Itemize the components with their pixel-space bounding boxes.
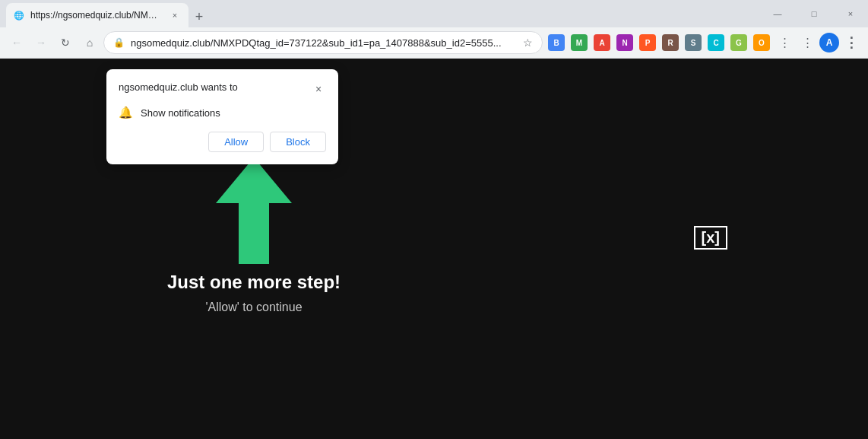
notification-popup: ngsomedquiz.club wants to × 🔔 Show notif… <box>106 69 338 164</box>
extension-1: B <box>548 34 565 51</box>
ext-icon-6[interactable]: R <box>660 32 681 53</box>
extension-3: A <box>594 34 610 51</box>
x-close-badge[interactable]: [x] <box>694 226 727 250</box>
extension-9: G <box>730 34 747 51</box>
page-subtext: 'Allow' to continue <box>205 301 302 314</box>
popup-notification-row: 🔔 Show notifications <box>119 106 326 119</box>
browser-chrome: 🌐 https://ngsomedquiz.club/NMXP... × + —… <box>0 0 868 59</box>
bell-icon: 🔔 <box>119 106 133 119</box>
forward-button[interactable]: → <box>30 32 52 53</box>
active-tab[interactable]: 🌐 https://ngsomedquiz.club/NMXP... × <box>6 3 188 27</box>
tab-title: https://ngsomedquiz.club/NMXP... <box>30 10 163 21</box>
allow-button[interactable]: Allow <box>208 132 264 152</box>
extension-7: S <box>685 34 702 51</box>
extension-4: N <box>616 34 633 51</box>
omnibox[interactable]: 🔒 ngsomedquiz.club/NMXPDQtag_id=737122&s… <box>103 31 543 54</box>
extension-10: O <box>753 34 770 51</box>
ext-icon-7[interactable]: S <box>683 32 704 53</box>
tab-favicon: 🌐 <box>14 11 24 21</box>
ext-icon-8[interactable]: C <box>705 32 727 53</box>
close-button[interactable]: × <box>833 0 868 27</box>
ext-icon-5[interactable]: P <box>637 32 658 53</box>
toolbar-extensions: B M A N P R S C G <box>546 32 862 53</box>
tab-close-button[interactable]: × <box>169 9 181 21</box>
svg-marker-0 <box>216 157 292 264</box>
bookmark-star-icon[interactable]: ☆ <box>523 37 533 49</box>
profile-button[interactable]: A <box>819 33 839 52</box>
ext-icon-4[interactable]: N <box>614 32 635 53</box>
page-headline: Just one more step! <box>167 272 341 293</box>
extension-8: C <box>708 34 724 51</box>
extensions-menu-button[interactable]: ⋮ <box>774 32 795 53</box>
popup-buttons: Allow Block <box>119 132 326 152</box>
more-menu-button[interactable]: ⋮ <box>841 32 862 53</box>
notification-text: Show notifications <box>141 107 220 119</box>
popup-close-button[interactable]: × <box>311 81 326 97</box>
ext-icon-1[interactable]: B <box>546 32 567 53</box>
extension-6: R <box>662 34 679 51</box>
omnibox-text: ngsomedquiz.club/NMXPDQtag_id=737122&sub… <box>131 37 517 49</box>
ext-icon-9[interactable]: G <box>728 32 749 53</box>
new-tab-button[interactable]: + <box>188 6 210 27</box>
refresh-button[interactable]: ↻ <box>55 32 76 53</box>
maximize-button[interactable]: □ <box>797 0 832 27</box>
ext-icon-3[interactable]: A <box>591 32 613 53</box>
lock-icon: 🔒 <box>113 37 125 48</box>
arrow-up-graphic <box>208 157 299 264</box>
extension-2: M <box>571 34 588 51</box>
home-button[interactable]: ⌂ <box>79 32 100 53</box>
popup-title: ngsomedquiz.club wants to <box>119 81 238 93</box>
page-content: ngsomedquiz.club wants to × 🔔 Show notif… <box>0 59 868 439</box>
popup-header: ngsomedquiz.club wants to × <box>119 81 326 97</box>
page-main-content: Just one more step! 'Allow' to continue <box>167 157 341 314</box>
ext-icon-2[interactable]: M <box>569 32 590 53</box>
address-bar: ← → ↻ ⌂ 🔒 ngsomedquiz.club/NMXPDQtag_id=… <box>0 27 868 58</box>
extension-5: P <box>639 34 656 51</box>
ext-icon-10[interactable]: O <box>751 32 772 53</box>
minimize-button[interactable]: — <box>760 0 795 27</box>
block-button[interactable]: Block <box>270 132 326 152</box>
window-controls: — □ × <box>760 0 868 27</box>
back-button[interactable]: ← <box>6 32 27 53</box>
profile-avatar: A <box>826 37 833 48</box>
chrome-menu-button[interactable]: ⋮ <box>797 32 818 53</box>
